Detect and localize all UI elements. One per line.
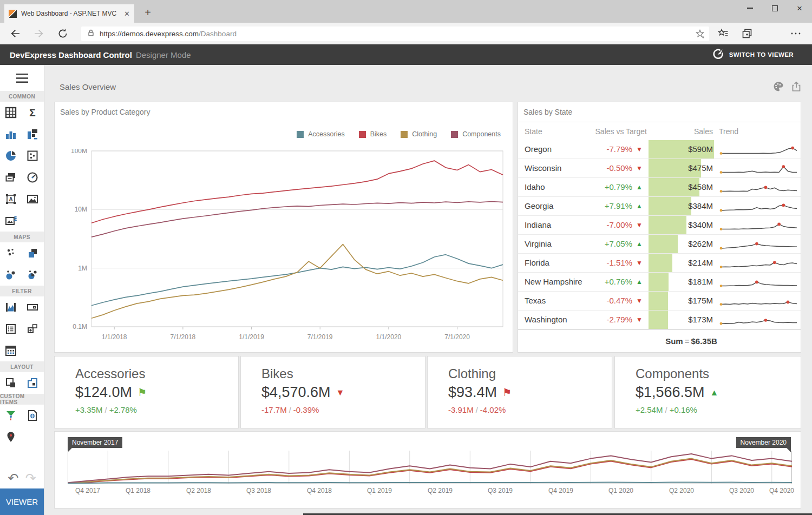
toolbox-item-text-box[interactable]: A: [0, 188, 22, 210]
table-row-virginia[interactable]: Virginia+7.05%▲$262M: [518, 235, 801, 254]
kpi-card-bikes[interactable]: Bikes$4,570.6M▼-17.7M/-0.39%: [240, 356, 425, 428]
trend-sparkline: [719, 237, 799, 254]
export-icon[interactable]: [790, 80, 803, 93]
settings-menu-icon[interactable]: [789, 27, 802, 40]
toolbox-item-group[interactable]: [0, 372, 22, 394]
card-delta-row: +2.54M/+0.16%: [636, 405, 801, 414]
column-header-sales-vs-target[interactable]: Sales vs Target: [551, 124, 647, 139]
browser-tab[interactable]: Web Dashboard - ASP.NET MVC ✕: [4, 4, 134, 23]
quarter-label-q2-2020: Q2 2020: [657, 487, 706, 494]
hamburger-icon: [16, 73, 29, 83]
table-row-wisconsin[interactable]: Wisconsin-0.50%▼$475M: [518, 159, 801, 178]
toolbox-item-geo-point-map[interactable]: [0, 242, 22, 264]
table-row-new-hampshire[interactable]: New Hampshire+0.76%▲$181M: [518, 273, 801, 292]
toolbox-item-bubble-map[interactable]: [0, 264, 22, 286]
toolbox-section-maps: MAPS: [0, 232, 44, 242]
switch-to-viewer-button[interactable]: SWITCH TO VIEWER: [712, 48, 794, 62]
close-button[interactable]: ×: [787, 0, 812, 16]
favorites-bar-icon[interactable]: [717, 27, 730, 40]
back-icon[interactable]: [9, 27, 22, 40]
toolbox-item-webpage[interactable]: [22, 405, 43, 426]
forward-icon: [32, 27, 45, 40]
toolbox-item-map-pin[interactable]: [0, 426, 22, 448]
range-filter-chart[interactable]: [68, 450, 792, 487]
choropleth-map-icon: [26, 247, 39, 260]
dashboard-title: Sales Overview: [60, 82, 116, 91]
toolbox-item-combo-box[interactable]: [22, 296, 43, 318]
range-filter-panel[interactable]: November 2017 November 2020 Q4 2017Q1 20…: [54, 431, 801, 509]
svg-text:1M: 1M: [78, 265, 87, 272]
range-filter-icon: [4, 301, 17, 314]
trend-sparkline: [719, 275, 799, 292]
range-start-badge[interactable]: November 2017: [68, 437, 122, 448]
toolbox: COMMONΣAMAPSFILTERLAYOUTCUSTOM ITEMS: [0, 91, 44, 448]
kpi-card-accessories[interactable]: Accessories$124.0M⚑+3.35M/+2.78%: [54, 356, 239, 428]
new-tab-button[interactable]: +: [140, 4, 156, 21]
sales-value: $384M: [649, 197, 713, 215]
minimize-button[interactable]: [737, 0, 762, 16]
toolbox-item-cards[interactable]: [0, 167, 22, 188]
tab-close-icon[interactable]: ✕: [124, 10, 130, 18]
tab-container-icon: [26, 377, 39, 389]
svg-text:A: A: [9, 196, 12, 202]
palette-icon[interactable]: [772, 80, 785, 93]
table-row-idaho[interactable]: Idaho+0.79%▲$458M: [518, 178, 801, 197]
target-percent: +7.91%: [540, 197, 632, 215]
toolbox-item-chart[interactable]: [0, 123, 22, 145]
kpi-card-components[interactable]: Components$1,566.5M▲+2.54M/+0.16%: [614, 356, 801, 428]
delta-down-icon: ▼: [336, 388, 345, 397]
trend-sparkline: [719, 142, 799, 159]
flag-down-icon: ⚑: [502, 387, 512, 398]
toolbox-item-grid[interactable]: [0, 102, 22, 123]
card-value-row: $4,570.6M▼: [261, 384, 425, 401]
table-row-indiana[interactable]: Indiana-7.00%▼$340M: [518, 216, 801, 235]
toolbox-item-pie-map[interactable]: [22, 264, 43, 286]
refresh-icon[interactable]: [56, 27, 69, 40]
menu-button[interactable]: [0, 65, 44, 91]
toolbox-item-gauges[interactable]: [22, 167, 43, 188]
address-bar[interactable]: https://demos.devexpress.com/Dashboard: [81, 27, 709, 41]
toolbox-grid-maps: [0, 242, 44, 286]
collections-icon[interactable]: [741, 27, 754, 40]
table-row-oregon[interactable]: Oregon-7.79%▼$590M: [518, 140, 801, 159]
toolbox-item-pie[interactable]: [0, 145, 22, 167]
url-host: https://demos.devexpress.com: [100, 30, 199, 38]
column-header-state[interactable]: State: [525, 124, 542, 139]
sales-by-category-panel[interactable]: Sales by Product Category AccessoriesBik…: [54, 102, 513, 353]
toolbox-item-range-filter[interactable]: [0, 296, 22, 318]
column-header-sales[interactable]: Sales: [649, 124, 713, 139]
target-percent: -7.79%: [540, 140, 632, 159]
target-percent: -2.79%: [540, 311, 632, 329]
toolbox-item-tree-view[interactable]: [22, 318, 43, 340]
table-row-texas[interactable]: Texas-0.47%▼$175M: [518, 292, 801, 311]
bubble-map-icon: [4, 268, 17, 281]
toolbox-item-scatter-chart[interactable]: [22, 145, 43, 167]
table-row-georgia[interactable]: Georgia+7.91%▲$384M: [518, 197, 801, 216]
table-body: Oregon-7.79%▼$590MWisconsin-0.50%▼$475MI…: [518, 140, 801, 329]
toolbox-item-pivot[interactable]: Σ: [22, 102, 43, 123]
toolbox-item-image[interactable]: [22, 188, 43, 210]
column-header-trend[interactable]: Trend: [719, 124, 738, 139]
kpi-card-clothing[interactable]: Clothing$93.4M⚑-3.91M/-4.02%: [427, 356, 612, 428]
toolbox-item-funnel-chart[interactable]: [0, 405, 22, 426]
toolbox-item-choropleth-map[interactable]: [22, 242, 43, 264]
toolbox-item-tab-container[interactable]: [22, 372, 43, 394]
table-header: State Sales vs Target Sales Trend: [518, 124, 801, 139]
card-title: Bikes: [261, 366, 425, 381]
table-row-washington[interactable]: Washington-2.79%▼$173M: [518, 311, 801, 329]
card-delta-row: +3.35M/+2.78%: [75, 405, 238, 414]
maximize-button[interactable]: [762, 0, 787, 16]
undo-icon[interactable]: ↶: [8, 472, 18, 485]
range-end-badge[interactable]: November 2020: [736, 437, 791, 448]
viewer-button[interactable]: VIEWER: [0, 488, 44, 515]
toolbox-item-list-box[interactable]: [0, 318, 22, 340]
sales-by-state-panel[interactable]: Sales by State State Sales vs Target Sal…: [518, 102, 801, 353]
toolbox-item-date-filter[interactable]: [0, 340, 22, 361]
toolbox-item-bound-image[interactable]: [0, 210, 22, 232]
table-row-florida[interactable]: Florida-1.51%▼$214M: [518, 254, 801, 273]
add-favorite-icon[interactable]: [694, 28, 706, 40]
card-title: Components: [636, 366, 801, 381]
app-mode-label: Designer Mode: [136, 50, 191, 60]
url-path: /Dashboard: [199, 30, 237, 38]
toolbox-item-treemap[interactable]: [22, 123, 43, 145]
